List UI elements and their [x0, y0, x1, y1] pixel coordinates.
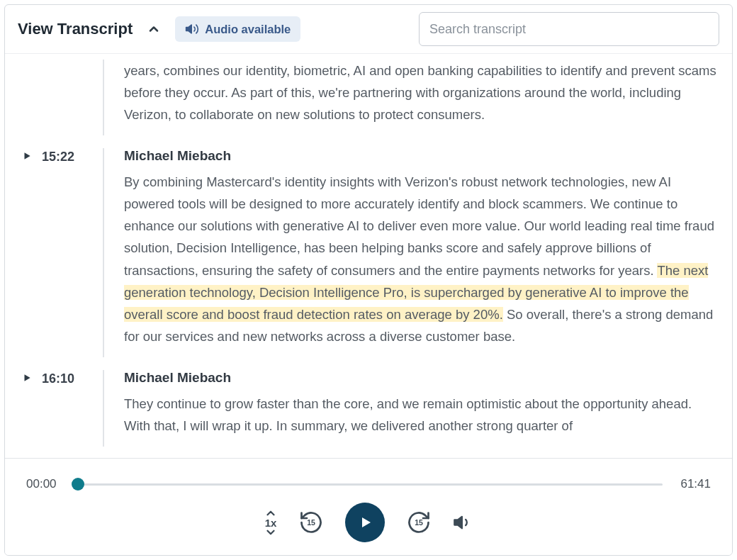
skip-back-button[interactable]: 15 — [298, 510, 324, 535]
playback-speed-button[interactable]: 1x — [264, 509, 277, 537]
collapse-button[interactable] — [144, 19, 164, 39]
play-icon — [356, 514, 373, 531]
volume-icon — [453, 513, 473, 532]
play-segment-button[interactable] — [21, 371, 33, 384]
segment-continuation: years, combines our identity, biometric,… — [21, 54, 716, 135]
header: View Transcript Audio available — [5, 5, 732, 53]
svg-marker-1 — [25, 153, 30, 159]
play-button[interactable] — [345, 503, 385, 542]
audio-player: 00:00 61:41 1x 15 15 — [5, 458, 732, 555]
timestamp: 16:10 — [42, 371, 74, 386]
speaker-name: Michael Miebach — [124, 148, 716, 164]
skip-forward-button[interactable]: 15 — [406, 510, 432, 535]
speaker-icon — [185, 22, 199, 36]
speed-value: 1x — [265, 517, 277, 528]
play-segment-button[interactable] — [21, 150, 33, 162]
segment-text: They continue to grow faster than the co… — [124, 393, 716, 437]
chevron-down-icon — [264, 528, 277, 537]
timestamp: 15:22 — [42, 150, 74, 164]
player-controls: 1x 15 15 — [26, 503, 711, 542]
current-time: 00:00 — [26, 477, 64, 491]
svg-marker-2 — [25, 374, 30, 381]
volume-button[interactable] — [453, 513, 473, 532]
speaker-name: Michael Miebach — [124, 370, 716, 386]
page-title: View Transcript — [18, 20, 133, 38]
progress-thumb[interactable] — [72, 478, 84, 491]
skip-forward-label: 15 — [415, 518, 423, 527]
svg-marker-3 — [362, 517, 371, 527]
segment: 16:10 Michael Miebach They continue to g… — [21, 357, 716, 447]
total-time: 61:41 — [673, 477, 711, 491]
play-icon — [22, 151, 32, 161]
segment-text: By combining Mastercard's identity insig… — [124, 171, 716, 347]
audio-badge-label: Audio available — [205, 23, 291, 36]
audio-available-badge: Audio available — [175, 16, 300, 42]
chevron-up-icon — [264, 509, 277, 517]
segment: 15:22 Michael Miebach By combining Maste… — [21, 135, 716, 357]
svg-marker-0 — [186, 25, 192, 33]
play-icon — [22, 373, 32, 383]
chevron-up-icon — [147, 22, 161, 36]
skip-back-label: 15 — [307, 518, 315, 527]
progress-row: 00:00 61:41 — [26, 466, 711, 498]
transcript-panel: View Transcript Audio available years, c… — [4, 4, 733, 556]
search-input[interactable] — [419, 12, 719, 46]
segment-text: years, combines our identity, biometric,… — [124, 60, 716, 125]
progress-track[interactable] — [74, 482, 663, 486]
transcript-body[interactable]: years, combines our identity, biometric,… — [5, 53, 732, 458]
search-wrap — [419, 12, 719, 46]
svg-marker-4 — [454, 517, 462, 528]
